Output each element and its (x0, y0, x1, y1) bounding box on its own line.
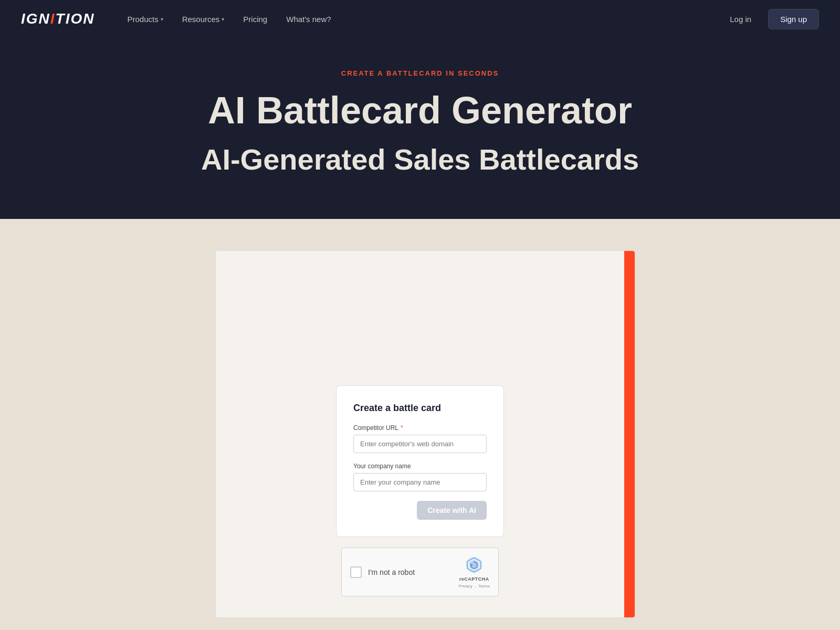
recaptcha-label: I'm not a robot (368, 568, 415, 576)
recaptcha-checkbox[interactable] (350, 566, 362, 578)
hero-eyebrow: CREATE A BATTLECARD IN SECONDS (21, 69, 819, 77)
recaptcha-box: I'm not a robot reCAPTCHA Privacy - Term… (341, 548, 499, 596)
chevron-down-icon: ▾ (222, 16, 224, 22)
company-name-input[interactable] (353, 473, 487, 491)
nav-item-pricing[interactable]: Pricing (236, 10, 275, 28)
main-card: Create a battle card Competitor URL * Yo… (215, 250, 625, 618)
recaptcha-right: reCAPTCHA Privacy - Terms (459, 555, 490, 589)
recaptcha-left: I'm not a robot (350, 566, 415, 578)
login-button[interactable]: Log in (721, 10, 760, 28)
competitor-url-group: Competitor URL * (353, 424, 487, 453)
recaptcha-brand-label: reCAPTCHA (459, 576, 489, 582)
nav-item-products[interactable]: Products ▾ (120, 10, 170, 28)
hero-section: CREATE A BATTLECARD IN SECONDS AI Battle… (0, 38, 840, 219)
signup-button[interactable]: Sign up (768, 9, 819, 29)
recaptcha-links: Privacy - Terms (459, 584, 490, 589)
navbar: IGNITION Products ▾ Resources ▾ Pricing … (0, 0, 840, 38)
company-name-label: Your company name (353, 463, 487, 470)
logo-accent: I (50, 10, 56, 27)
hero-title: AI Battlecard Generator (21, 90, 819, 131)
nav-pricing-label: Pricing (243, 15, 267, 24)
required-indicator: * (401, 424, 403, 432)
nav-item-resources[interactable]: Resources ▾ (175, 10, 232, 28)
hero-subtitle: AI-Generated Sales Battlecards (21, 142, 819, 177)
competitor-url-input[interactable] (353, 435, 487, 453)
orange-bar-accent (624, 251, 635, 617)
recaptcha-logo-icon (465, 555, 484, 574)
create-with-ai-button[interactable]: Create with AI (417, 501, 487, 520)
company-name-group: Your company name (353, 463, 487, 491)
chevron-down-icon: ▾ (161, 16, 163, 22)
nav-resources-label: Resources (182, 15, 220, 24)
form-card: Create a battle card Competitor URL * Yo… (336, 385, 504, 537)
logo[interactable]: IGNITION (21, 10, 94, 27)
form-card-title: Create a battle card (353, 403, 487, 414)
nav-products-label: Products (127, 15, 158, 24)
nav-item-whats-new[interactable]: What's new? (279, 10, 338, 28)
competitor-url-label: Competitor URL * (353, 424, 487, 432)
nav-links: Products ▾ Resources ▾ Pricing What's ne… (120, 10, 721, 28)
content-area: Create a battle card Competitor URL * Yo… (0, 219, 840, 630)
nav-whats-new-label: What's new? (286, 15, 331, 24)
nav-right: Log in Sign up (721, 9, 819, 29)
